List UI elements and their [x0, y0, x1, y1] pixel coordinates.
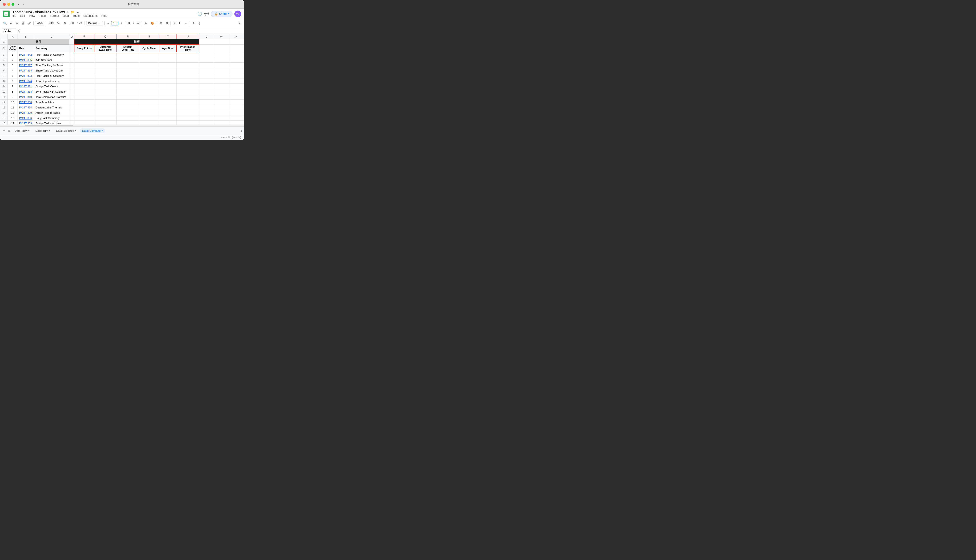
fullscreen-button[interactable] — [12, 3, 14, 6]
format-123-button[interactable]: 123 — [76, 21, 83, 25]
avatar[interactable]: YL — [234, 10, 241, 17]
share-button[interactable]: 🔒 Share ▾ — [211, 11, 232, 17]
folder-icon[interactable]: 📁 — [70, 10, 74, 14]
chevron-down-icon: ▾ — [102, 130, 103, 132]
search-button[interactable]: 🔍 — [2, 21, 8, 25]
menu-insert[interactable]: Insert — [39, 14, 46, 18]
app-header: iThome 2024 - Visualize Dev Flow ☆ 📁 ☁ F… — [0, 8, 244, 19]
row-num-1: 1 — [0, 39, 8, 45]
text-color-button[interactable]: A — [144, 21, 149, 25]
tab-data-compute[interactable]: Data: Compute ▾ — [80, 128, 105, 133]
menu-file[interactable]: File — [12, 14, 16, 18]
menu-data[interactable]: Data — [63, 14, 69, 18]
col-header-t[interactable]: T — [159, 34, 177, 39]
zoom-selector[interactable]: 90% — [35, 21, 44, 25]
table-row: 13 11 IM24T-334 Customizable Themes — [0, 105, 244, 110]
h-scrollbar-thumb[interactable] — [25, 125, 73, 126]
table-row: 6 4 IM24T-318 Share Task List via Link — [0, 68, 244, 73]
col-header-u[interactable]: U — [177, 34, 199, 39]
close-button[interactable] — [3, 3, 6, 6]
chevron-left-icon[interactable]: ‹ — [18, 3, 19, 6]
more-button[interactable]: ⋮ — [197, 21, 202, 25]
col-header-c[interactable]: C — [34, 34, 69, 39]
tab-data-selected[interactable]: Data: Selected ▾ — [53, 128, 79, 133]
format-toolbar: 🔍 ↩ ↪ 🖨 🖌 90% NT$ % .0, .00 123 Default.… — [0, 19, 244, 27]
cell-metrics-header: 指標 — [74, 39, 199, 45]
tab-data-raw[interactable]: Data: Raw ▾ — [12, 128, 32, 133]
menu-edit[interactable]: Edit — [20, 14, 25, 18]
cloud-icon[interactable]: ☁ — [76, 10, 79, 14]
decimal-inc-button[interactable]: .00 — [69, 21, 75, 25]
separator-9 — [190, 22, 190, 25]
col-header-v[interactable]: V — [199, 34, 214, 39]
column-header-row: A B C O P Q R S T U V W X — [0, 34, 244, 39]
cell-w1 — [214, 39, 229, 45]
font-selector[interactable]: Default... — [86, 21, 103, 25]
italic-button[interactable]: I — [132, 21, 135, 25]
col-header-r[interactable]: R — [117, 34, 139, 39]
nav-back[interactable]: ‹ — [18, 3, 19, 6]
bold-button[interactable]: B — [127, 21, 131, 25]
separator-4 — [104, 22, 105, 25]
col-header-q[interactable]: Q — [94, 34, 117, 39]
tab-data-trim-label: Data: Trim — [35, 129, 48, 132]
valign-button[interactable]: ⬇ — [177, 21, 182, 25]
nav-forward[interactable]: › — [23, 3, 24, 6]
sheet-menu-button[interactable]: ≡ — [7, 128, 11, 133]
user-status: Yuehu Lin (fntsr.tw) — [221, 136, 241, 139]
sheet-content: A B C O P Q R S T U V W X — [0, 34, 244, 125]
menu-help[interactable]: Help — [101, 14, 107, 18]
font-size-decrease[interactable]: – — [106, 21, 110, 25]
table-row: 11 9 IM24T-310 Task Completion Statistic… — [0, 94, 244, 100]
borders-button[interactable]: ⊞ — [159, 21, 163, 25]
expand-sheet-panel-button[interactable]: › — [241, 129, 242, 133]
font-size-increase[interactable]: + — [119, 21, 124, 25]
cell-o2 — [69, 45, 74, 52]
highlight-color-button[interactable]: 🎨 — [149, 21, 155, 25]
h-scrollbar[interactable] — [0, 125, 244, 127]
star-icon[interactable]: ☆ — [66, 10, 69, 14]
align-button[interactable]: ≡ — [172, 21, 176, 25]
print-button[interactable]: 🖨 — [20, 21, 26, 25]
chevron-right-icon[interactable]: › — [23, 3, 24, 6]
col-header-a[interactable]: A — [8, 34, 18, 39]
table-row: 9 7 IM24T-321 Assign Task Colors — [0, 84, 244, 89]
col-header-b[interactable]: B — [18, 34, 34, 39]
tab-data-compute-label: Data: Compute — [82, 129, 100, 132]
menu-extensions[interactable]: Extensions — [84, 14, 97, 18]
col-header-p[interactable]: P — [74, 34, 94, 39]
cell-v2 — [199, 45, 214, 52]
col-header-x[interactable]: X — [229, 34, 244, 39]
paint-format-button[interactable]: 🖌 — [27, 21, 32, 25]
col-header-s[interactable]: S — [139, 34, 159, 39]
table-row: 16 14 IM24T-333 Assign Tasks to Users — [0, 121, 244, 125]
undo-button[interactable]: ↩ — [9, 21, 14, 25]
separator-7 — [157, 22, 157, 25]
chevron-down-icon: ▾ — [49, 130, 50, 132]
currency-button[interactable]: NT$ — [47, 21, 55, 25]
col-header-o[interactable]: O — [69, 34, 74, 39]
add-sheet-button[interactable]: + — [2, 128, 6, 133]
percent-button[interactable]: % — [56, 21, 61, 25]
strikethrough-button[interactable]: S — [136, 21, 140, 25]
minimize-button[interactable] — [7, 3, 10, 6]
tab-data-trim[interactable]: Data: Trim ▾ — [33, 128, 53, 133]
col-header-w[interactable]: W — [214, 34, 229, 39]
merge-cells-button[interactable]: ⊟ — [164, 21, 169, 25]
menu-view[interactable]: View — [29, 14, 35, 18]
menu-tools[interactable]: Tools — [73, 14, 80, 18]
tab-data-raw-label: Data: Raw — [15, 129, 28, 132]
cell-q2: CustomerLead Time — [94, 45, 117, 52]
menu-format[interactable]: Format — [50, 14, 59, 18]
toolbar-actions: 🕐 💬 🔒 Share ▾ YL — [197, 10, 241, 17]
decimal-dec-button[interactable]: .0, — [62, 21, 67, 25]
history-icon[interactable]: 🕐 — [197, 12, 202, 16]
cell-r2: SystemLead Time — [117, 45, 139, 52]
redo-button[interactable]: ↪ — [15, 21, 20, 25]
cell-address-input[interactable] — [2, 28, 16, 33]
collapse-toolbar-button[interactable]: ∧ — [237, 21, 242, 25]
comment-icon[interactable]: 💬 — [204, 12, 209, 16]
wrap-button[interactable]: ↔ — [183, 21, 188, 25]
font-color-2-button[interactable]: A — [191, 21, 196, 25]
font-size-input[interactable]: 10 — [111, 21, 119, 25]
